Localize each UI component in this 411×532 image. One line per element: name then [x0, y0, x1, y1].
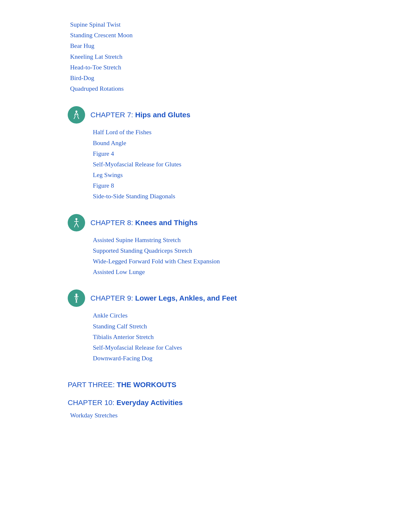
chapter-header-ch9: CHAPTER 9: Lower Legs, Ankles, and Feet [68, 289, 411, 307]
ch8-item-1[interactable]: Supported Standing Quadriceps Stretch [93, 246, 411, 256]
ch7-item-3[interactable]: Self-Myofascial Release for Glutes [93, 159, 411, 170]
intro-items-list: Supine Spinal TwistStanding Crescent Moo… [68, 19, 411, 94]
intro-item-4[interactable]: Head-to-Toe Stretch [70, 62, 411, 73]
ch7-item-5[interactable]: Figure 8 [93, 180, 411, 191]
ch7-item-1[interactable]: Bound Angle [93, 138, 411, 149]
ch7-item-2[interactable]: Figure 4 [93, 149, 411, 159]
chapter10-title: CHAPTER 10: Everyday Activities [68, 399, 411, 407]
ch10-item-0[interactable]: Workday Stretches [70, 410, 411, 421]
intro-item-3[interactable]: Kneeling Lat Stretch [70, 51, 411, 62]
svg-point-0 [75, 111, 77, 113]
chapter-title-ch8: CHAPTER 8: Knees and Thighs [90, 218, 197, 227]
ch7-item-4[interactable]: Leg Swings [93, 170, 411, 180]
ch9-item-0[interactable]: Ankle Circles [93, 310, 411, 321]
intro-item-0[interactable]: Supine Spinal Twist [70, 19, 411, 30]
part-three-block: PART THREE: THE WORKOUTS [68, 381, 411, 389]
chapter-block-ch7: CHAPTER 7: Hips and GlutesHalf Lord of t… [68, 106, 411, 202]
chapter-block-ch9: CHAPTER 9: Lower Legs, Ankles, and FeetA… [68, 289, 411, 364]
chapter10-items: Workday Stretches [68, 410, 411, 421]
ch9-item-2[interactable]: Tibialis Anterior Stretch [93, 332, 411, 342]
svg-point-2 [75, 294, 77, 295]
ch9-item-4[interactable]: Downward-Facing Dog [93, 353, 411, 364]
intro-item-2[interactable]: Bear Hug [70, 41, 411, 51]
part-three-heading: PART THREE: THE WORKOUTS [68, 381, 411, 389]
chapter10-block: CHAPTER 10: Everyday ActivitiesWorkday S… [68, 399, 411, 421]
items-list-ch9: Ankle CirclesStanding Calf StretchTibial… [90, 310, 411, 364]
chapter-title-ch7: CHAPTER 7: Hips and Glutes [90, 111, 190, 119]
intro-item-1[interactable]: Standing Crescent Moon [70, 30, 411, 41]
ch8-item-3[interactable]: Assisted Low Lunge [93, 267, 411, 277]
chapter-header-ch8: CHAPTER 8: Knees and Thighs [68, 214, 411, 231]
hips-icon [68, 106, 85, 124]
knees-icon [68, 214, 85, 231]
intro-item-6[interactable]: Quadruped Rotations [70, 83, 411, 94]
ch9-item-3[interactable]: Self-Myofascial Release for Calves [93, 342, 411, 353]
ch8-item-0[interactable]: Assisted Supine Hamstring Stretch [93, 235, 411, 246]
ch7-item-0[interactable]: Half Lord of the Fishes [93, 127, 411, 138]
chapter-title-ch9: CHAPTER 9: Lower Legs, Ankles, and Feet [90, 294, 237, 302]
intro-item-5[interactable]: Bird-Dog [70, 73, 411, 83]
chapter-header-ch7: CHAPTER 7: Hips and Glutes [68, 106, 411, 124]
items-list-ch8: Assisted Supine Hamstring StretchSupport… [90, 235, 411, 278]
ch8-item-2[interactable]: Wide-Legged Forward Fold with Chest Expa… [93, 256, 411, 267]
chapter-block-ch8: CHAPTER 8: Knees and ThighsAssisted Supi… [68, 214, 411, 278]
items-list-ch7: Half Lord of the FishesBound AngleFigure… [90, 127, 411, 202]
svg-point-1 [75, 218, 77, 220]
ch7-item-6[interactable]: Side-to-Side Standing Diagonals [93, 191, 411, 202]
chapters-container: CHAPTER 7: Hips and GlutesHalf Lord of t… [68, 106, 411, 364]
feet-icon [68, 289, 85, 307]
ch9-item-1[interactable]: Standing Calf Stretch [93, 321, 411, 332]
